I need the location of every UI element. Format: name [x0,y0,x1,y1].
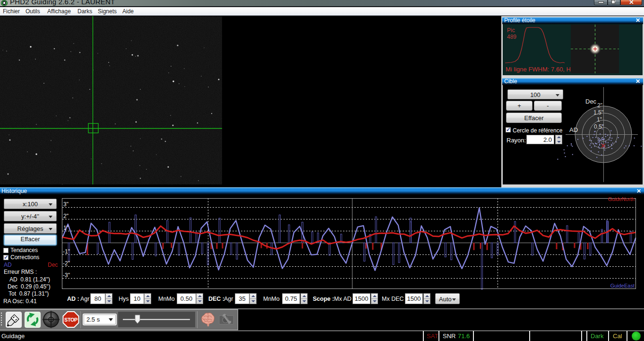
svg-text:AD: AD [569,126,578,133]
svg-text:0.5": 0.5" [594,123,604,130]
svg-text:-1": -1" [63,248,70,255]
svg-text:489: 489 [507,34,516,40]
svg-text:GuideNorth: GuideNorth [608,196,635,202]
svg-text:1.5": 1.5" [593,109,603,116]
svg-text:2.5 s: 2.5 s [86,316,100,323]
svg-text:-3": -3" [63,272,70,279]
svg-text:Dec: Dec [585,98,597,105]
svg-text:2": 2" [597,102,602,109]
svg-text:Pic: Pic [507,27,515,34]
svg-text:1": 1" [63,225,69,231]
svg-text:3": 3" [63,201,69,208]
svg-text:GuideEast: GuideEast [610,283,635,289]
svg-text:Mi ligne FWHM: 7.60, HF: Mi ligne FWHM: 7.60, HF [506,66,575,73]
svg-text:-2": -2" [63,260,70,267]
svg-text:2": 2" [63,213,69,219]
svg-text:1": 1" [597,116,602,123]
svg-text:STOP: STOP [64,317,77,323]
